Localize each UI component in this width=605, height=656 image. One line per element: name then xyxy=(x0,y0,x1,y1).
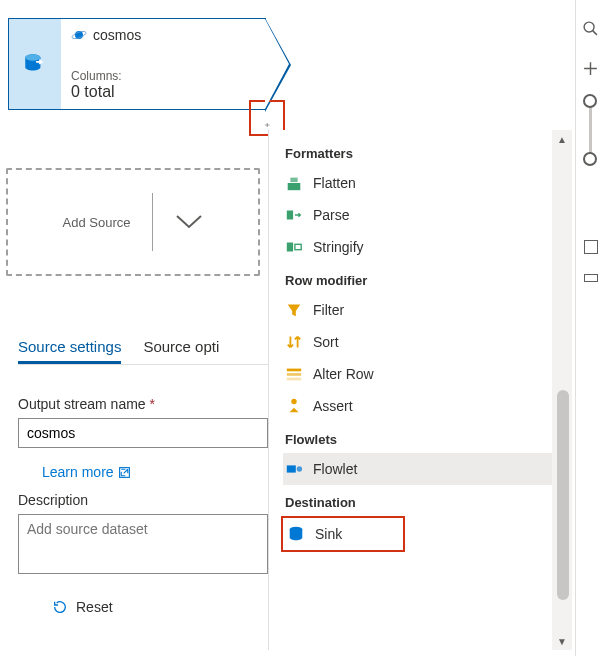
menu-item-label: Parse xyxy=(313,207,350,223)
svg-rect-5 xyxy=(288,183,301,190)
scroll-down-arrow[interactable]: ▼ xyxy=(552,632,572,650)
add-source-label: Add Source xyxy=(63,215,131,230)
menu-item-label: Sort xyxy=(313,334,339,350)
svg-point-13 xyxy=(291,399,296,404)
zoom-slider[interactable] xyxy=(589,100,592,160)
columns-value: 0 total xyxy=(71,83,255,101)
right-toolbar xyxy=(575,0,605,656)
source-node-cosmos[interactable]: cosmos Columns: 0 total xyxy=(8,18,266,110)
add-button[interactable] xyxy=(581,58,601,78)
reset-button[interactable]: Reset xyxy=(52,599,268,615)
cosmos-icon xyxy=(71,27,87,43)
search-button[interactable] xyxy=(581,18,601,38)
external-link-icon xyxy=(118,466,131,479)
svg-point-15 xyxy=(297,466,302,471)
filter-icon xyxy=(285,301,303,319)
flowlet-icon xyxy=(285,460,303,478)
stringify-icon xyxy=(285,238,303,256)
menu-item-label: Flowlet xyxy=(313,461,357,477)
menu-scrollbar[interactable]: ▲ ▼ xyxy=(552,130,572,650)
menu-item-label: Alter Row xyxy=(313,366,374,382)
menu-group-header: Row modifier xyxy=(283,273,572,288)
svg-point-1 xyxy=(25,54,40,61)
menu-item-parse[interactable]: Parse xyxy=(283,199,572,231)
db-export-icon xyxy=(22,51,48,77)
add-source-box[interactable]: Add Source xyxy=(6,168,260,276)
svg-rect-6 xyxy=(290,178,297,183)
output-stream-label: Output stream name * xyxy=(18,396,268,412)
menu-item-sort[interactable]: Sort xyxy=(283,326,572,358)
fit-view-button[interactable] xyxy=(584,240,598,254)
svg-rect-7 xyxy=(287,211,293,220)
search-icon xyxy=(582,20,599,37)
tab-source-settings[interactable]: Source settings xyxy=(18,338,121,364)
menu-item-sink[interactable]: Sink xyxy=(281,516,405,552)
menu-group-header: Destination xyxy=(283,495,572,510)
menu-item-label: Sink xyxy=(315,526,342,542)
parse-icon xyxy=(285,206,303,224)
learn-more-link[interactable]: Learn more xyxy=(42,464,131,480)
plus-icon xyxy=(582,60,599,77)
source-node-badge xyxy=(9,19,61,109)
svg-rect-8 xyxy=(287,243,293,252)
assert-icon xyxy=(285,397,303,415)
scroll-thumb[interactable] xyxy=(557,390,569,600)
reset-icon xyxy=(52,599,68,615)
menu-item-label: Filter xyxy=(313,302,344,318)
svg-rect-10 xyxy=(287,369,301,372)
transformation-menu: FormattersFlattenParseStringifyRow modif… xyxy=(268,130,572,650)
svg-rect-14 xyxy=(287,465,296,472)
svg-rect-12 xyxy=(287,378,301,381)
sink-icon xyxy=(287,525,305,543)
description-label: Description xyxy=(18,492,268,508)
tab-source-options[interactable]: Source opti xyxy=(143,338,219,364)
svg-point-17 xyxy=(584,22,594,32)
dataflow-canvas[interactable]: cosmos Columns: 0 total ₊ Add Source xyxy=(0,0,260,310)
scroll-up-arrow[interactable]: ▲ xyxy=(552,130,572,148)
menu-item-alter-row[interactable]: Alter Row xyxy=(283,358,572,390)
columns-label: Columns: xyxy=(71,69,255,83)
divider xyxy=(152,193,153,251)
flatten-icon xyxy=(285,174,303,192)
menu-item-assert[interactable]: Assert xyxy=(283,390,572,422)
sort-icon xyxy=(285,333,303,351)
menu-item-filter[interactable]: Filter xyxy=(283,294,572,326)
source-node-title: cosmos xyxy=(93,27,141,43)
description-input[interactable] xyxy=(18,514,268,574)
tab-underline xyxy=(18,364,268,365)
alterrow-icon xyxy=(285,365,303,383)
minimap-button[interactable] xyxy=(584,274,598,282)
chevron-down-icon[interactable] xyxy=(175,214,203,230)
menu-group-header: Flowlets xyxy=(283,432,572,447)
menu-item-label: Flatten xyxy=(313,175,356,191)
menu-group-header: Formatters xyxy=(283,146,572,161)
output-stream-input[interactable] xyxy=(18,418,268,448)
svg-rect-11 xyxy=(287,373,301,376)
source-settings-form: Output stream name * Learn more Descript… xyxy=(18,396,268,615)
tabs: Source settings Source opti xyxy=(18,338,219,364)
svg-rect-9 xyxy=(295,244,301,249)
menu-item-label: Stringify xyxy=(313,239,364,255)
menu-item-stringify[interactable]: Stringify xyxy=(283,231,572,263)
menu-item-flowlet[interactable]: Flowlet xyxy=(283,453,572,485)
menu-item-label: Assert xyxy=(313,398,353,414)
menu-item-flatten[interactable]: Flatten xyxy=(283,167,572,199)
plus-glyph: ₊ xyxy=(264,116,270,130)
